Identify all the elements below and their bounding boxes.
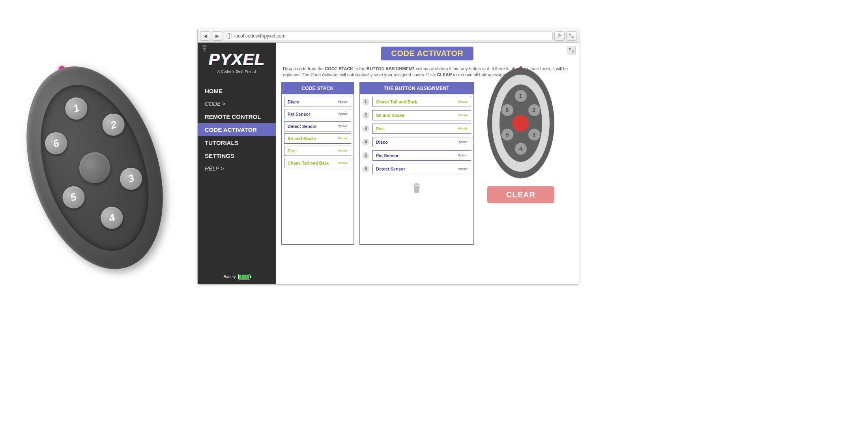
code-name: Sit and Shake bbox=[288, 136, 316, 141]
code-name: Detect Sensor bbox=[376, 167, 405, 171]
mini-remote: 1 2 3 4 5 6 bbox=[487, 68, 554, 178]
mini-remote-btn-5[interactable]: 5 bbox=[501, 129, 513, 141]
code-lang: Blockly bbox=[458, 113, 468, 117]
code-name: Pet Sensor bbox=[376, 153, 398, 158]
stack-item[interactable]: Pet SensorPython bbox=[284, 109, 351, 119]
assignment-body[interactable]: 1Chase Tail and BarkBlockly2Sit and Shak… bbox=[360, 94, 473, 180]
svg-rect-1 bbox=[415, 187, 416, 192]
code-lang: Python bbox=[458, 140, 468, 144]
assignment-number: 1 bbox=[362, 98, 369, 105]
assignment-number: 3 bbox=[362, 125, 369, 132]
stack-item[interactable]: DiscoPython bbox=[284, 97, 351, 107]
clear-button[interactable]: CLEAR bbox=[487, 186, 554, 203]
code-name: Disco bbox=[288, 99, 299, 104]
page-title: CODE ACTIVATOR bbox=[381, 47, 474, 60]
code-name: Pee bbox=[288, 148, 296, 153]
trash-area bbox=[360, 182, 473, 194]
code-lang: Blockly bbox=[458, 100, 468, 103]
code-lang: Python bbox=[338, 100, 348, 103]
assignment-slot[interactable]: Sit and ShakeBlockly bbox=[372, 110, 471, 120]
code-lang: Blockly bbox=[458, 127, 468, 130]
code-name: Pee bbox=[376, 126, 384, 131]
url-bar[interactable]: local.codewithpyxel.com bbox=[224, 32, 553, 40]
mini-remote-center[interactable] bbox=[513, 115, 529, 131]
assignment-row: 4DiscoPython bbox=[362, 137, 471, 147]
nav-home[interactable]: HOME bbox=[198, 84, 276, 98]
assignment-number: 6 bbox=[362, 165, 369, 172]
main-area: CODE ACTIVATOR Drag a code from the CODE… bbox=[276, 43, 579, 284]
nav-help[interactable]: HELP > bbox=[198, 162, 276, 175]
assignment-row: 1Chase Tail and BarkBlockly bbox=[362, 97, 471, 107]
code-lang: Blockly bbox=[338, 149, 348, 152]
fullscreen-icon[interactable] bbox=[567, 46, 576, 54]
forward-button[interactable]: ▶ bbox=[212, 31, 222, 41]
battery-icon bbox=[238, 274, 250, 279]
browser-toolbar: ◀ ▶ local.codewithpyxel.com ⟳ bbox=[198, 29, 579, 43]
assignment-row: 6Detect SensorPython bbox=[362, 164, 471, 174]
mini-remote-btn-1[interactable]: 1 bbox=[515, 90, 527, 102]
code-stack-header: CODE STACK bbox=[282, 82, 354, 94]
svg-point-0 bbox=[204, 45, 206, 47]
assignment-column: THE BUTTON ASSIGNMENT 1Chase Tail and Ba… bbox=[359, 82, 474, 245]
code-lang: Blockly bbox=[338, 161, 348, 165]
nav-settings[interactable]: SETTINGS bbox=[198, 149, 276, 162]
nav-code[interactable]: CODE > bbox=[198, 98, 276, 110]
physical-remote: 1 2 3 4 5 6 bbox=[2, 49, 187, 287]
nav-tutorials[interactable]: TUTORIALS bbox=[198, 136, 276, 149]
sidebar: PYXEL A Coder's Best Friend HOME CODE > … bbox=[198, 43, 276, 284]
logo: PYXEL A Coder's Best Friend bbox=[198, 51, 276, 73]
columns: CODE STACK DiscoPythonPet SensorPythonDe… bbox=[281, 82, 573, 245]
code-lang: Python bbox=[458, 167, 468, 171]
code-name: Chase Tail and Bark bbox=[288, 161, 329, 165]
nav-code-activator[interactable]: CODE ACTIVATOR bbox=[198, 123, 276, 136]
logo-subtitle: A Coder's Best Friend bbox=[198, 69, 276, 73]
right-panel: 1 2 3 4 5 6 CLEAR bbox=[479, 82, 562, 245]
reload-button[interactable]: ⟳ bbox=[554, 31, 565, 41]
code-lang: Blockly bbox=[338, 137, 348, 140]
globe-icon bbox=[226, 33, 232, 39]
assignment-slot[interactable]: Pet SensorPython bbox=[372, 150, 471, 161]
stack-item[interactable]: Detect SensorPython bbox=[284, 121, 351, 131]
mascot-icon bbox=[200, 44, 209, 54]
stack-item[interactable]: Chase Tail and BarkBlockly bbox=[284, 158, 351, 168]
code-stack-column: CODE STACK DiscoPythonPet SensorPythonDe… bbox=[281, 82, 354, 245]
battery-label: Battery bbox=[223, 275, 236, 279]
url-text: local.codewithpyxel.com bbox=[234, 33, 285, 39]
assignment-slot[interactable]: Chase Tail and BarkBlockly bbox=[372, 97, 471, 107]
code-name: Pet Sensor bbox=[288, 112, 310, 116]
trash-icon[interactable] bbox=[412, 182, 422, 194]
assignment-header: THE BUTTON ASSIGNMENT bbox=[360, 82, 473, 94]
back-button[interactable]: ◀ bbox=[200, 31, 210, 41]
mini-remote-btn-2[interactable]: 2 bbox=[528, 104, 540, 116]
assignment-row: 3PeeBlockly bbox=[362, 124, 471, 134]
code-lang: Python bbox=[458, 154, 468, 157]
stack-item[interactable]: Sit and ShakeBlockly bbox=[284, 133, 351, 144]
stack-item[interactable]: PeeBlockly bbox=[284, 146, 351, 156]
nav: HOME CODE > REMOTE CONTROL CODE ACTIVATO… bbox=[198, 84, 276, 175]
assignment-row: 5Pet SensorPython bbox=[362, 150, 471, 161]
expand-button[interactable] bbox=[566, 31, 576, 41]
mini-remote-btn-6[interactable]: 6 bbox=[501, 104, 513, 116]
mini-remote-btn-4[interactable]: 4 bbox=[515, 143, 527, 155]
logo-text: PYXEL bbox=[198, 51, 276, 68]
battery-indicator: Battery bbox=[198, 274, 276, 282]
code-lang: Python bbox=[338, 124, 348, 128]
browser-content: PYXEL A Coder's Best Friend HOME CODE > … bbox=[198, 43, 579, 284]
assignment-number: 4 bbox=[362, 139, 369, 146]
code-name: Chase Tail and Bark bbox=[376, 99, 417, 104]
code-name: Detect Sensor bbox=[288, 124, 317, 129]
assignment-row: 2Sit and ShakeBlockly bbox=[362, 110, 471, 120]
assignment-number: 5 bbox=[362, 152, 369, 159]
code-stack-body[interactable]: DiscoPythonPet SensorPythonDetect Sensor… bbox=[282, 94, 354, 244]
assignment-slot[interactable]: PeeBlockly bbox=[372, 124, 471, 134]
assignment-number: 2 bbox=[362, 112, 369, 119]
assignment-slot[interactable]: DiscoPython bbox=[372, 137, 471, 147]
code-name: Disco bbox=[376, 140, 388, 144]
mini-remote-btn-3[interactable]: 3 bbox=[528, 129, 540, 141]
assignment-slot[interactable]: Detect SensorPython bbox=[372, 164, 471, 174]
code-lang: Python bbox=[338, 112, 348, 116]
browser-window: ◀ ▶ local.codewithpyxel.com ⟳ PYXEL A Co… bbox=[197, 29, 579, 285]
code-name: Sit and Shake bbox=[376, 113, 404, 118]
svg-rect-2 bbox=[417, 187, 418, 192]
nav-remote-control[interactable]: REMOTE CONTROL bbox=[198, 110, 276, 123]
